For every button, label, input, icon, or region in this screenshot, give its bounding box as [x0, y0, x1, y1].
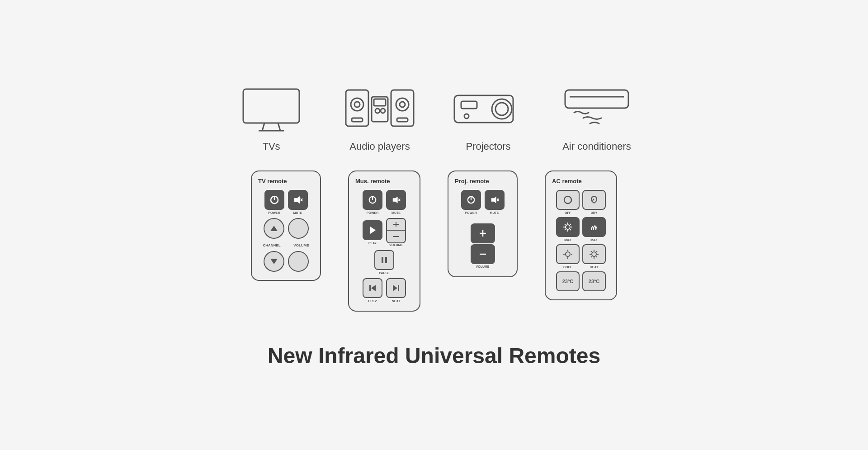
ac-dry-group: DRY — [582, 190, 606, 214]
ac-cool-group: COOL — [556, 244, 580, 269]
svg-line-62 — [565, 224, 566, 225]
svg-marker-35 — [393, 197, 398, 204]
ac-heat-max-label: MAX — [590, 238, 598, 242]
svg-rect-43 — [385, 257, 387, 263]
ac-off-group: OFF — [556, 190, 580, 214]
tv-vol-plus-btn[interactable] — [288, 218, 309, 239]
svg-point-18 — [495, 103, 508, 115]
ac-btn-grid: OFF DRY MAX — [556, 190, 606, 291]
svg-point-71 — [592, 252, 596, 256]
svg-marker-38 — [370, 227, 376, 234]
svg-rect-9 — [374, 99, 386, 106]
svg-rect-15 — [397, 118, 408, 122]
ac-icon — [561, 82, 633, 136]
mus-prev-btn[interactable] — [363, 278, 382, 298]
mus-play-label: PLAY — [368, 242, 377, 245]
svg-line-77 — [596, 256, 597, 257]
ac-dry-label: DRY — [591, 211, 598, 214]
tv-mute-group: MUTE — [288, 190, 308, 214]
mus-power-btn[interactable] — [363, 190, 382, 210]
svg-rect-4 — [346, 90, 368, 126]
tv-mute-label: MUTE — [293, 211, 302, 214]
ac-heat-max-btn[interactable] — [582, 217, 606, 237]
device-col-projector: Projectors — [452, 82, 524, 152]
ac-off-btn[interactable] — [556, 190, 580, 210]
mus-play-vol-row: PLAY VOLUME — [363, 218, 406, 246]
tv-ch-up-group — [264, 218, 284, 239]
ac-cool-btn[interactable] — [556, 244, 580, 264]
ac-cool-max-btn[interactable] — [556, 217, 580, 237]
ac-heat-label: HEAT — [590, 265, 599, 269]
svg-point-10 — [375, 109, 380, 113]
proj-mute-btn[interactable] — [485, 190, 505, 210]
tv-ch-vol-labels: CHANNEL VOLUME — [258, 242, 314, 247]
ac-temp-heat-group: 23°C — [582, 271, 606, 291]
svg-point-66 — [566, 252, 570, 256]
device-col-tv: TVs — [235, 82, 307, 152]
tv-ch-down-btn[interactable] — [264, 251, 284, 272]
mus-vol-group: VOLUME — [386, 218, 406, 246]
mus-vol-down-btn[interactable] — [386, 231, 406, 243]
proj-vol-plus-btn[interactable] — [471, 223, 495, 243]
tv-ch-up-btn[interactable] — [264, 218, 284, 239]
remotes-row: TV remote POWER MUTE — [251, 171, 617, 312]
tv-icon — [235, 82, 307, 136]
svg-point-57 — [566, 225, 570, 229]
projector-icon — [452, 82, 524, 136]
svg-marker-28 — [270, 226, 278, 231]
svg-rect-46 — [398, 285, 399, 291]
music-remote-title: Mus. remote — [355, 178, 390, 185]
ac-heat-group: HEAT — [582, 244, 606, 269]
svg-marker-25 — [294, 196, 300, 204]
tv-remote-title: TV remote — [258, 178, 287, 185]
ac-temp-cool-btn[interactable]: 23°C — [556, 271, 580, 291]
ac-heat-btn[interactable] — [582, 244, 606, 264]
svg-point-14 — [400, 102, 405, 107]
mus-mute-group: MUTE — [386, 190, 406, 214]
device-col-ac: Air conditioners — [561, 82, 633, 152]
svg-rect-12 — [391, 90, 414, 126]
tv-mute-btn[interactable] — [288, 190, 308, 210]
ac-dry-btn[interactable] — [582, 190, 606, 210]
svg-line-65 — [565, 229, 566, 230]
mus-next-btn[interactable] — [386, 278, 406, 298]
svg-point-11 — [381, 109, 385, 113]
audio-icon — [344, 82, 416, 136]
music-remote: Mus. remote POWER MUTE — [348, 171, 420, 312]
svg-rect-7 — [352, 118, 363, 122]
tv-ch-down-group — [264, 251, 284, 272]
ac-cool-label: COOL — [563, 265, 572, 269]
mus-mute-btn[interactable] — [386, 190, 406, 210]
svg-marker-31 — [270, 259, 278, 264]
tv-remote: TV remote POWER MUTE — [251, 171, 321, 281]
mus-vol-col — [386, 218, 406, 243]
tv-power-btn[interactable] — [264, 190, 284, 210]
proj-vol-label: VOLUME — [476, 265, 490, 268]
mus-pause-btn[interactable] — [374, 250, 394, 270]
mus-vol-up-btn[interactable] — [386, 218, 406, 231]
proj-power-label: POWER — [465, 211, 476, 214]
svg-marker-47 — [393, 285, 397, 291]
svg-line-2 — [278, 123, 280, 131]
mus-pause-group: PAUSE — [374, 250, 394, 275]
tv-bot-row — [264, 251, 309, 272]
ac-label: Air conditioners — [562, 141, 631, 152]
mus-power-group: POWER — [363, 190, 382, 214]
tv-power-label: POWER — [268, 211, 280, 214]
tv-vol-minus-btn[interactable] — [288, 251, 309, 272]
mus-mute-label: MUTE — [392, 211, 401, 214]
svg-rect-44 — [369, 285, 371, 291]
ac-off-label: OFF — [565, 211, 571, 214]
proj-power-btn[interactable] — [461, 190, 481, 210]
ac-cool-max-group: MAX — [556, 217, 580, 242]
mus-play-group: PLAY — [363, 220, 382, 245]
ac-remote-title: AC remote — [552, 178, 582, 185]
proj-vol-minus-btn[interactable] — [471, 244, 495, 264]
mus-play-btn[interactable] — [363, 220, 382, 240]
mus-top-row: POWER MUTE — [363, 190, 406, 214]
ac-heat-max-group: MAX — [582, 217, 606, 242]
mus-power-label: POWER — [367, 211, 378, 214]
mus-vol-label: VOLUME — [389, 243, 403, 246]
svg-point-56 — [564, 196, 571, 204]
ac-temp-heat-btn[interactable]: 23°C — [582, 271, 606, 291]
